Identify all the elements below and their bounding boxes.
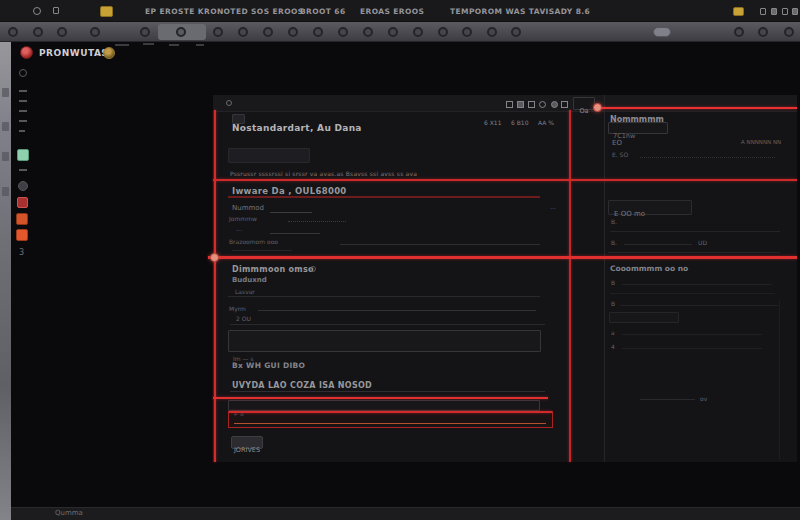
rail-orange-swatch2-icon[interactable]	[16, 229, 28, 241]
section1-red-rule	[228, 196, 540, 198]
annotation-hline-bottom2[interactable]	[229, 411, 552, 413]
header-square3-icon[interactable]	[561, 101, 568, 108]
rail-gear-icon[interactable]	[18, 181, 28, 191]
stat-2: 6 B10	[511, 119, 528, 126]
menu-bar: EP EROSTE KRONOTED SOS EROOS BROOT 66 ER…	[0, 0, 800, 22]
annotation-hline-topright[interactable]	[597, 107, 797, 109]
tool-icon[interactable]	[57, 27, 67, 37]
menu-item-2[interactable]: BROOT 66	[300, 7, 346, 16]
panel-divider[interactable]	[604, 95, 605, 462]
rail-dash-icon[interactable]	[19, 120, 27, 122]
tool-icon[interactable]	[288, 27, 298, 37]
annotation-rect[interactable]	[228, 411, 553, 428]
rail-orange-swatch-icon[interactable]	[16, 213, 28, 225]
tool-icon[interactable]	[462, 27, 472, 37]
annotation-orange-line[interactable]	[234, 423, 546, 424]
tray-icon-2[interactable]	[771, 8, 777, 15]
rail-wave-icon[interactable]	[19, 169, 27, 171]
header-square2-icon[interactable]	[528, 101, 535, 108]
field-input-1[interactable]	[270, 212, 312, 213]
field-input-5[interactable]	[258, 310, 536, 311]
info-icon[interactable]	[310, 266, 316, 272]
tray-folder-icon[interactable]	[733, 7, 744, 16]
sidebar-row2-right: UD	[698, 239, 707, 246]
rule	[608, 252, 780, 253]
field-input-4[interactable]	[340, 244, 540, 245]
annotation-vline-right[interactable]	[569, 110, 571, 462]
zoom-box[interactable]: Oa	[573, 97, 595, 110]
rail-dash-icon[interactable]	[19, 130, 25, 132]
screen: EP EROSTE KRONOTED SOS EROOS BROOT 66 ER…	[0, 0, 800, 520]
tray-icon-1[interactable]	[760, 8, 766, 15]
header-circle-icon[interactable]	[539, 101, 546, 108]
section1-more[interactable]: …	[550, 203, 556, 210]
tool-icon[interactable]	[758, 27, 768, 37]
notes-textarea[interactable]	[228, 330, 541, 352]
field-input-2[interactable]	[288, 221, 346, 222]
section3-input[interactable]: + a	[228, 400, 540, 411]
rail-red-swatch-icon[interactable]	[17, 197, 28, 208]
sidebar-list-line[interactable]	[622, 284, 772, 285]
tool-pill[interactable]	[653, 27, 671, 37]
brand-name: PRONWUTAS	[39, 48, 108, 58]
tool-icon[interactable]	[313, 27, 323, 37]
tool-icon[interactable]	[784, 27, 794, 37]
tool-icon[interactable]	[213, 27, 223, 37]
annotation-handle-topright[interactable]	[593, 103, 602, 112]
panel-menu-icon[interactable]	[226, 100, 232, 106]
tool-icon[interactable]	[33, 27, 43, 37]
submit-button[interactable]: JORIVES	[231, 436, 263, 449]
tool-icon[interactable]	[487, 27, 497, 37]
desktop-edge-strip	[0, 42, 11, 520]
sidebar-list-line[interactable]	[622, 334, 762, 335]
tool-icon[interactable]	[363, 27, 373, 37]
tool-icon-active[interactable]	[176, 27, 186, 37]
sidebar-field3-input[interactable]	[640, 157, 775, 158]
tool-icon[interactable]	[388, 27, 398, 37]
form-title: Nostandardart, Au Dana	[232, 123, 362, 133]
tool-icon[interactable]	[734, 27, 744, 37]
flag-icon[interactable]	[53, 7, 59, 14]
app-logo-icon[interactable]	[20, 46, 33, 59]
annotation-handle-left[interactable]	[210, 253, 219, 262]
menu-item-1[interactable]: EP EROSTE KRONOTED SOS EROOS	[145, 7, 304, 16]
rail-dash-icon[interactable]	[19, 90, 27, 92]
annotation-hline-bottom1[interactable]	[213, 397, 548, 399]
tool-icon[interactable]	[8, 27, 18, 37]
tool-icon[interactable]	[263, 27, 273, 37]
rule	[228, 296, 540, 297]
rail-target-icon[interactable]	[19, 69, 27, 77]
header-square-icon[interactable]	[506, 101, 513, 108]
menu-item-4[interactable]: TEMPOROM WAS TAVISADY 8.6	[450, 7, 590, 16]
annotation-hline-mid[interactable]	[213, 179, 797, 181]
field-input-3[interactable]	[270, 233, 320, 234]
sidebar-field1-input[interactable]: 7C1nw	[608, 122, 668, 134]
sidebar-list-line[interactable]	[620, 305, 778, 306]
sidebar-small-box[interactable]	[609, 312, 679, 323]
rail-dash-icon[interactable]	[19, 100, 27, 102]
tray-icon-3[interactable]	[782, 8, 788, 15]
header-dot-icon[interactable]	[551, 101, 558, 108]
annotation-hline-thick[interactable]	[208, 256, 797, 259]
strip-blob	[2, 187, 9, 196]
sidebar-box-field[interactable]: E OO mo	[608, 200, 692, 215]
tool-icon[interactable]	[338, 27, 348, 37]
tool-icon[interactable]	[238, 27, 248, 37]
menu-item-3[interactable]: EROAS EROOS	[360, 7, 424, 16]
header-grid-icon[interactable]	[517, 101, 524, 108]
tool-icon[interactable]	[140, 27, 150, 37]
tool-icon[interactable]	[438, 27, 448, 37]
panel-header	[213, 95, 797, 112]
sidebar-row2-line[interactable]	[624, 244, 692, 245]
annotation-vline-left[interactable]	[214, 110, 216, 462]
folder-icon[interactable]	[100, 6, 113, 17]
rail-dash-icon[interactable]	[19, 110, 27, 112]
sidebar-list-line[interactable]	[622, 348, 762, 349]
thumbnail-box[interactable]	[228, 148, 310, 163]
tool-icon[interactable]	[413, 27, 423, 37]
app-menu-icon[interactable]	[33, 7, 41, 15]
rail-green-swatch-icon[interactable]	[17, 149, 29, 161]
tool-icon[interactable]	[511, 27, 521, 37]
tool-icon[interactable]	[90, 27, 100, 37]
tray-icon-4[interactable]	[792, 8, 798, 15]
